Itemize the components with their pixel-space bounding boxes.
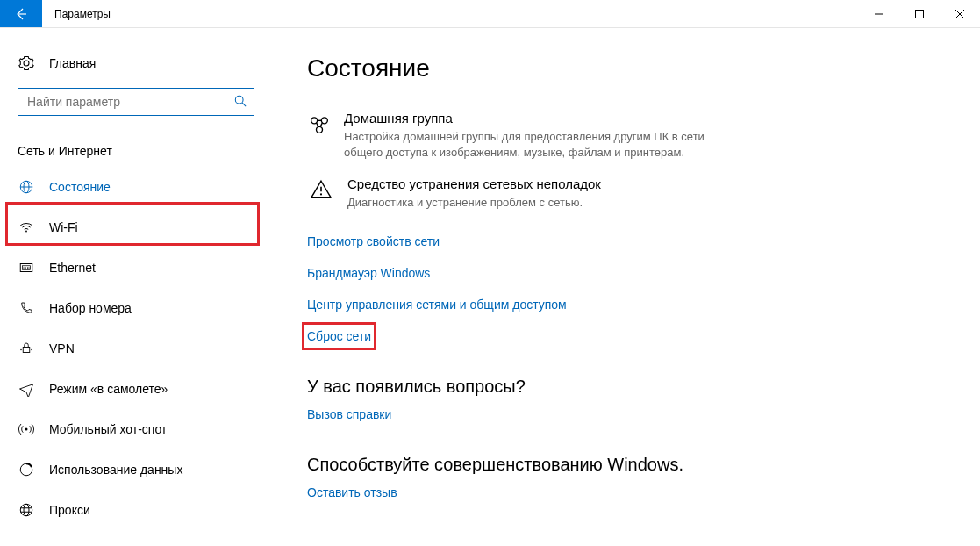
svg-point-20 <box>25 428 28 431</box>
search-box[interactable] <box>18 88 254 116</box>
sidebar-item-vpn[interactable]: VPN <box>0 328 272 369</box>
svg-line-6 <box>242 103 246 106</box>
homegroup-desc: Настройка домашней группы для предоставл… <box>344 129 728 161</box>
sidebar-item-data-usage[interactable]: Использование данных <box>0 449 272 490</box>
sidebar-item-ethernet[interactable]: Ethernet <box>0 248 272 288</box>
svg-rect-17 <box>23 348 30 353</box>
homegroup-text: Домашняя группа Настройка домашней групп… <box>344 111 728 161</box>
search-input[interactable] <box>25 94 234 110</box>
arrow-left-icon <box>14 7 28 21</box>
sidebar-item-label: Режим «в самолете» <box>49 382 168 396</box>
sidebar: Главная Сеть и Интернет Состояние Wi-Fi <box>0 28 272 546</box>
wifi-icon <box>18 219 35 235</box>
troubleshoot-text: Средство устранения сетевых неполадок Ди… <box>347 176 601 211</box>
link-network-reset[interactable]: Сброс сети <box>307 320 371 352</box>
close-icon <box>955 10 964 18</box>
page-heading: Состояние <box>307 54 945 83</box>
svg-rect-2 <box>916 10 924 18</box>
sidebar-item-status[interactable]: Состояние <box>0 167 272 207</box>
link-windows-firewall[interactable]: Брандмауэр Windows <box>307 257 430 289</box>
troubleshoot-block[interactable]: Средство устранения сетевых неполадок Ди… <box>307 175 728 225</box>
phone-icon <box>18 300 35 316</box>
data-usage-icon <box>18 462 35 478</box>
sidebar-item-label: VPN <box>49 341 75 356</box>
sidebar-item-label: Прокси <box>49 503 90 517</box>
minimize-button[interactable] <box>859 0 899 27</box>
link-view-network-properties[interactable]: Просмотр свойств сети <box>307 226 440 257</box>
questions-heading: У вас появились вопросы? <box>307 377 945 397</box>
sidebar-item-label: Ethernet <box>49 261 96 275</box>
svg-line-30 <box>320 123 322 127</box>
sidebar-home-label: Главная <box>49 56 96 70</box>
ethernet-icon <box>18 260 35 276</box>
gear-icon <box>18 55 35 71</box>
app-body: Главная Сеть и Интернет Состояние Wi-Fi <box>0 28 980 546</box>
svg-point-10 <box>25 231 27 233</box>
maximize-button[interactable] <box>899 0 940 27</box>
link-network-sharing-center[interactable]: Центр управления сетями и общим доступом <box>307 289 567 320</box>
troubleshoot-title: Средство устранения сетевых неполадок <box>347 176 601 191</box>
main-content: Состояние Домашняя группа Настройка дома… <box>272 28 980 546</box>
feedback-heading: Способствуйте совершенствованию Windows. <box>307 455 945 475</box>
homegroup-title: Домашняя группа <box>344 111 728 126</box>
maximize-icon <box>915 10 924 18</box>
airplane-icon <box>18 381 35 397</box>
vpn-icon <box>18 341 35 356</box>
svg-point-18 <box>20 349 22 351</box>
titlebar: Параметры <box>0 0 980 28</box>
back-button[interactable] <box>0 0 42 27</box>
warning-icon <box>307 176 335 201</box>
svg-point-33 <box>320 194 322 196</box>
sidebar-item-hotspot[interactable]: Мобильный хот-спот <box>0 409 272 449</box>
sidebar-item-airplane[interactable]: Режим «в самолете» <box>0 369 272 409</box>
sidebar-item-label: Состояние <box>49 180 111 194</box>
sidebar-item-proxy[interactable]: Прокси <box>0 490 272 530</box>
svg-point-28 <box>317 126 323 133</box>
minimize-icon <box>875 10 883 18</box>
search-icon <box>234 95 247 110</box>
sidebar-home[interactable]: Главная <box>0 46 272 81</box>
sidebar-item-label: Мобильный хот-спот <box>49 422 167 436</box>
svg-line-29 <box>317 123 318 127</box>
globe-icon <box>18 179 35 195</box>
link-get-help[interactable]: Вызов справки <box>307 399 391 430</box>
troubleshoot-desc: Диагностика и устранение проблем с сетью… <box>347 195 601 211</box>
window-title: Параметры <box>42 0 859 27</box>
svg-point-5 <box>235 96 243 104</box>
sidebar-item-label: Использование данных <box>49 463 182 477</box>
svg-point-19 <box>31 349 32 351</box>
sidebar-item-label: Wi-Fi <box>49 220 78 234</box>
close-button[interactable] <box>940 0 980 27</box>
sidebar-section-header: Сеть и Интернет <box>0 128 272 167</box>
homegroup-block[interactable]: Домашняя группа Настройка домашней групп… <box>307 109 728 175</box>
window-controls <box>859 0 980 27</box>
sidebar-item-wifi[interactable]: Wi-Fi <box>0 207 272 248</box>
proxy-icon <box>18 502 35 518</box>
sidebar-item-dialup[interactable]: Набор номера <box>0 288 272 328</box>
hotspot-icon <box>18 421 35 437</box>
svg-point-22 <box>20 504 32 516</box>
link-leave-feedback[interactable]: Оставить отзыв <box>307 477 397 508</box>
sidebar-item-label: Набор номера <box>49 301 132 315</box>
homegroup-icon <box>307 111 332 137</box>
svg-point-23 <box>24 504 29 516</box>
